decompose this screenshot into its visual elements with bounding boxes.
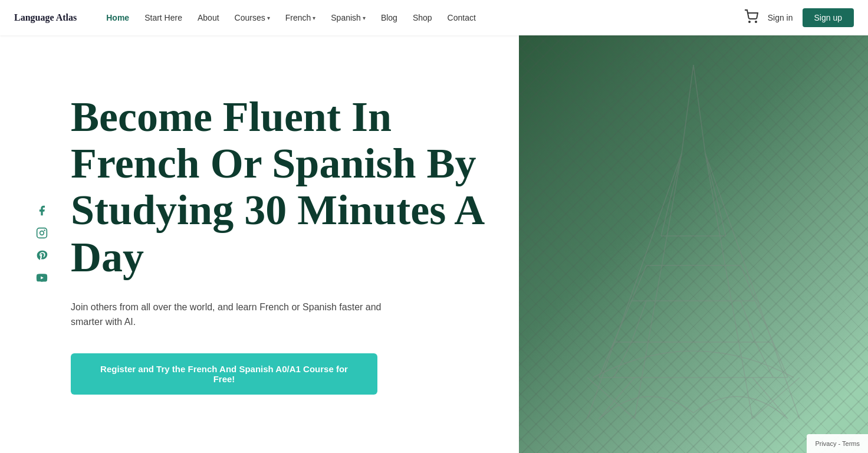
nav-right: Sign in Sign up bbox=[744, 8, 854, 27]
svg-point-3 bbox=[40, 231, 44, 235]
courses-chevron-icon: ▾ bbox=[267, 15, 270, 21]
brand-name[interactable]: Language Atlas bbox=[14, 12, 77, 23]
svg-line-18 bbox=[632, 265, 646, 301]
main-content: Become Fluent In French Or Spanish By St… bbox=[0, 35, 868, 453]
facebook-icon[interactable] bbox=[35, 204, 48, 217]
svg-point-4 bbox=[44, 229, 45, 231]
svg-line-7 bbox=[705, 153, 800, 419]
instagram-icon[interactable] bbox=[35, 226, 48, 239]
nav-start-here[interactable]: Start Here bbox=[139, 11, 188, 25]
french-chevron-icon: ▾ bbox=[313, 15, 315, 21]
hero-title: Become Fluent In French Or Spanish By St… bbox=[71, 94, 484, 281]
svg-line-32 bbox=[755, 342, 773, 378]
navbar: Language Atlas Home Start Here About Cou… bbox=[0, 0, 868, 35]
svg-line-6 bbox=[587, 153, 682, 419]
nav-spanish[interactable]: Spanish ▾ bbox=[325, 11, 371, 25]
social-sidebar bbox=[35, 204, 48, 284]
cookie-notice: Privacy - Terms bbox=[807, 434, 868, 453]
nav-shop[interactable]: Shop bbox=[407, 11, 438, 25]
pinterest-icon[interactable] bbox=[35, 249, 48, 262]
svg-line-27 bbox=[599, 378, 634, 419]
eiffel-tower-svg bbox=[519, 35, 868, 453]
svg-rect-2 bbox=[37, 228, 47, 238]
svg-line-22 bbox=[741, 265, 755, 301]
svg-line-31 bbox=[752, 378, 788, 419]
hero-image bbox=[519, 35, 868, 453]
cta-button[interactable]: Register and Try the French And Spanish … bbox=[71, 353, 377, 395]
svg-line-20 bbox=[773, 342, 788, 378]
cookie-text: Privacy - Terms bbox=[815, 440, 860, 447]
svg-line-29 bbox=[632, 301, 646, 342]
nav-about[interactable]: About bbox=[192, 11, 225, 25]
nav-blog[interactable]: Blog bbox=[375, 11, 403, 25]
cart-button[interactable] bbox=[744, 9, 758, 26]
hero-section: Become Fluent In French Or Spanish By St… bbox=[0, 35, 519, 453]
hero-subtitle: Join others from all over the world, and… bbox=[71, 300, 413, 330]
svg-line-24 bbox=[705, 153, 726, 236]
sign-up-button[interactable]: Sign up bbox=[803, 8, 854, 27]
nav-contact[interactable]: Contact bbox=[442, 11, 482, 25]
svg-line-26 bbox=[693, 65, 705, 153]
nav-links: Home Start Here About Courses ▾ French ▾… bbox=[100, 11, 744, 25]
svg-line-23 bbox=[661, 153, 682, 236]
svg-line-25 bbox=[682, 65, 693, 153]
svg-line-28 bbox=[614, 342, 632, 378]
spanish-chevron-icon: ▾ bbox=[363, 15, 366, 21]
svg-point-1 bbox=[755, 21, 757, 22]
svg-line-30 bbox=[599, 342, 614, 378]
nav-courses[interactable]: Courses ▾ bbox=[229, 11, 276, 25]
svg-line-8 bbox=[634, 153, 682, 419]
sign-in-link[interactable]: Sign in bbox=[768, 13, 793, 22]
youtube-icon[interactable] bbox=[35, 271, 48, 284]
nav-french[interactable]: French ▾ bbox=[280, 11, 322, 25]
svg-point-0 bbox=[749, 21, 750, 22]
svg-line-21 bbox=[755, 301, 773, 342]
svg-line-9 bbox=[705, 153, 752, 419]
svg-line-17 bbox=[614, 301, 632, 342]
nav-home[interactable]: Home bbox=[100, 11, 135, 25]
svg-line-33 bbox=[741, 301, 755, 342]
